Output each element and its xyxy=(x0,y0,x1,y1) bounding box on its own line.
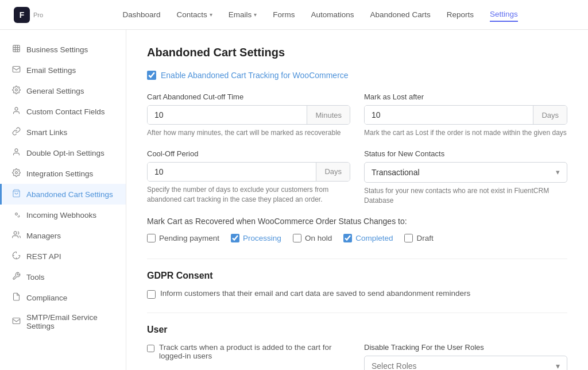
status-new-hint: Status for your new contacts who are not… xyxy=(364,186,567,206)
nav-links: Dashboard Contacts ▾ Emails ▾ Forms Auto… xyxy=(66,7,574,22)
status-processing-checkbox[interactable] xyxy=(231,234,239,242)
order-status-checkboxes: Pending payment Processing On hold Compl… xyxy=(147,234,567,242)
nav-forms[interactable]: Forms xyxy=(273,8,295,21)
nav-settings[interactable]: Settings xyxy=(490,7,518,22)
managers-icon xyxy=(12,230,21,241)
status-processing-label: Processing xyxy=(243,234,281,242)
page-title: Abandoned Cart Settings xyxy=(147,46,567,59)
sidebar-item-managers[interactable]: Managers xyxy=(0,225,126,246)
sidebar-item-compliance[interactable]: Compliance xyxy=(0,287,126,308)
status-new-select[interactable]: Transactional Marketing xyxy=(365,163,549,182)
status-pending-label: Pending payment xyxy=(159,234,219,242)
svg-point-3 xyxy=(15,107,18,110)
mark-as-lost-hint: Mark the cart as Lost if the order is no… xyxy=(364,128,567,138)
mark-as-lost-input[interactable] xyxy=(365,106,533,124)
link-icon xyxy=(12,127,21,137)
sidebar-item-integration-settings[interactable]: Integration Settings xyxy=(0,163,126,184)
chevron-down-icon: ▾ xyxy=(549,361,567,370)
svg-point-7 xyxy=(16,213,18,215)
cart-cutoff-hint: After how many minutes, the cart will be… xyxy=(147,128,350,138)
logo: F Pro xyxy=(14,7,43,23)
nav-abandoned-carts[interactable]: Abandoned Carts xyxy=(370,8,431,21)
order-status-label: Mark Cart as Recovered when WooCommerce … xyxy=(147,217,567,226)
disable-roles-group: Disable Tracking For the User Roles ▾ Ch… xyxy=(364,343,567,370)
svg-rect-1 xyxy=(13,67,20,72)
tools-icon xyxy=(12,272,21,282)
status-completed-label: Completed xyxy=(355,234,393,242)
status-draft[interactable]: Draft xyxy=(404,234,433,242)
sidebar-label: Business Settings xyxy=(26,45,88,54)
form-row-2: Cool-Off Period Days Specify the number … xyxy=(147,149,567,206)
top-navigation: F Pro Dashboard Contacts ▾ Emails ▾ Form… xyxy=(0,0,588,30)
sidebar-item-double-optin[interactable]: Double Opt-in Settings xyxy=(0,142,126,163)
status-draft-checkbox[interactable] xyxy=(404,234,413,242)
track-label: Track carts when a product is added to t… xyxy=(159,343,350,360)
sidebar-label: Tools xyxy=(26,273,45,282)
enable-tracking-row: Enable Abandoned Cart Tracking for WooCo… xyxy=(147,71,567,80)
divider-user xyxy=(147,313,567,313)
sidebar-item-business-settings[interactable]: Business Settings xyxy=(0,39,126,60)
status-processing[interactable]: Processing xyxy=(231,234,281,242)
user-icon xyxy=(12,106,21,117)
mark-as-lost-input-wrapper: Days xyxy=(364,105,567,125)
sidebar-item-rest-api[interactable]: REST API xyxy=(0,246,126,267)
sidebar: Business Settings Email Settings General… xyxy=(0,30,126,370)
sidebar-item-general-settings[interactable]: General Settings xyxy=(0,80,126,101)
nav-emails[interactable]: Emails ▾ xyxy=(229,8,257,21)
smtp-icon xyxy=(12,317,21,327)
nav-dashboard[interactable]: Dashboard xyxy=(122,8,160,21)
sidebar-label: Integration Settings xyxy=(26,169,93,178)
gdpr-checkbox[interactable] xyxy=(147,290,156,299)
cooloff-input-wrapper: Days xyxy=(147,162,350,182)
sidebar-item-smtp-settings[interactable]: SMTP/Email Service Settings xyxy=(0,308,126,336)
cooloff-label: Cool-Off Period xyxy=(147,149,350,158)
enable-tracking-checkbox[interactable] xyxy=(147,71,156,80)
status-onhold-label: On hold xyxy=(305,234,332,242)
status-draft-label: Draft xyxy=(416,234,433,242)
status-completed-checkbox[interactable] xyxy=(343,234,352,242)
status-completed[interactable]: Completed xyxy=(343,234,393,242)
nav-contacts[interactable]: Contacts ▾ xyxy=(176,8,212,21)
cart-cutoff-input[interactable] xyxy=(148,106,307,124)
nav-automations[interactable]: Automations xyxy=(311,8,354,21)
cart-cutoff-label: Cart Abandoned Cut-off Time xyxy=(147,92,350,101)
status-pending-checkbox[interactable] xyxy=(147,234,156,242)
sidebar-label: Double Opt-in Settings xyxy=(26,149,105,157)
form-row-1: Cart Abandoned Cut-off Time Minutes Afte… xyxy=(147,92,567,138)
status-onhold-checkbox[interactable] xyxy=(293,234,301,242)
disable-roles-label: Disable Tracking For the User Roles xyxy=(364,343,567,352)
cart-cutoff-input-wrapper: Minutes xyxy=(147,105,350,125)
status-onhold[interactable]: On hold xyxy=(293,234,332,242)
compliance-icon xyxy=(12,292,21,303)
gear-icon xyxy=(12,86,21,96)
sidebar-item-incoming-webhooks[interactable]: Incoming Webhooks xyxy=(0,205,126,225)
gdpr-label: Inform customers that their email and ca… xyxy=(160,289,470,298)
mark-as-lost-suffix: Days xyxy=(533,106,567,124)
logo-icon: F xyxy=(14,7,30,23)
status-pending-payment[interactable]: Pending payment xyxy=(147,234,219,242)
svg-point-8 xyxy=(14,232,17,234)
roles-input[interactable] xyxy=(365,356,549,370)
webhook-icon xyxy=(12,210,21,220)
roles-select-box: ▾ xyxy=(364,356,567,370)
cooloff-input[interactable] xyxy=(148,163,316,181)
status-new-contacts-label: Status for New Contacts xyxy=(364,149,567,158)
sidebar-label: Email Settings xyxy=(26,66,76,75)
sidebar-item-custom-contact-fields[interactable]: Custom Contact Fields xyxy=(0,101,126,122)
sidebar-item-email-settings[interactable]: Email Settings xyxy=(0,60,126,80)
svg-point-2 xyxy=(16,89,18,91)
gdpr-title: GDPR Consent xyxy=(147,271,567,281)
track-checkbox[interactable] xyxy=(147,344,154,353)
sidebar-item-abandoned-cart[interactable]: Abandoned Cart Settings xyxy=(0,184,126,205)
sidebar-label: Custom Contact Fields xyxy=(26,107,105,116)
svg-rect-0 xyxy=(13,45,20,52)
sidebar-item-tools[interactable]: Tools xyxy=(0,267,126,287)
sidebar-item-smart-links[interactable]: Smart Links xyxy=(0,122,126,142)
main-layout: Business Settings Email Settings General… xyxy=(0,30,588,370)
sidebar-label: Compliance xyxy=(26,294,67,302)
sidebar-label: Incoming Webhooks xyxy=(26,211,96,219)
nav-reports[interactable]: Reports xyxy=(447,8,474,21)
cart-cutoff-group: Cart Abandoned Cut-off Time Minutes Afte… xyxy=(147,92,350,138)
svg-point-4 xyxy=(15,149,18,152)
mark-as-lost-group: Mark as Lost after Days Mark the cart as… xyxy=(364,92,567,138)
